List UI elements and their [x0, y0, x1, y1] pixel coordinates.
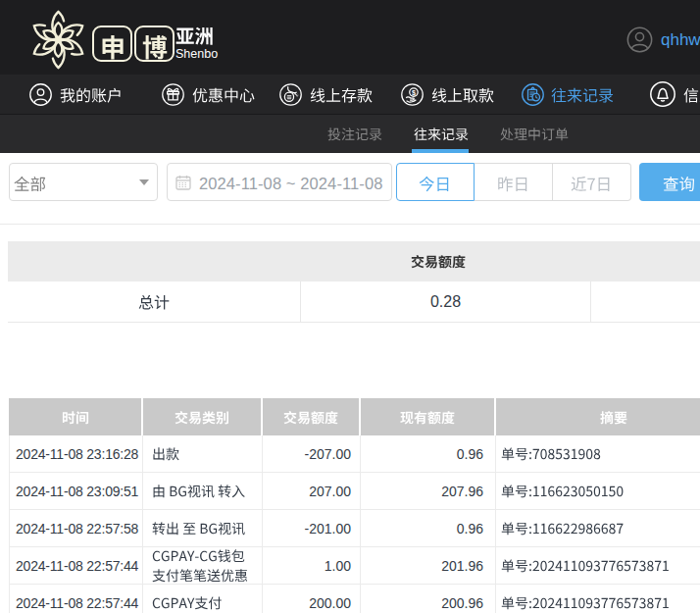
svg-text:$: $ — [412, 88, 416, 96]
